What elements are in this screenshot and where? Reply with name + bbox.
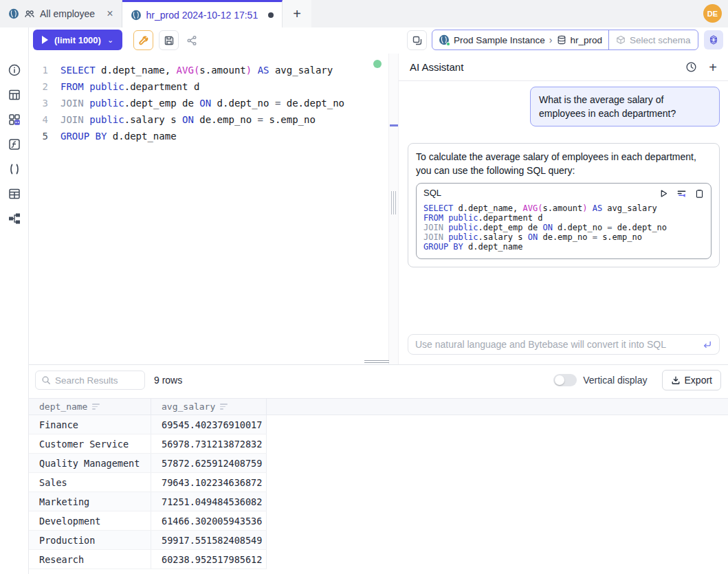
batch-query-icon [412,35,423,46]
panel-resizer-vertical[interactable] [388,54,399,364]
sql-line: 1SELECT d.dept_name, AVG(s.amount) AS av… [29,62,388,78]
table-cell: 60238.952517985612 [151,550,267,569]
tab-label: All employee [40,8,95,19]
table-row[interactable]: Finance69545.402376910017 [29,415,267,434]
sort-icon[interactable] [92,404,100,410]
sort-icon[interactable] [220,404,228,410]
column-header-avg_salary[interactable]: avg_salary [151,399,267,415]
batch-query-button[interactable] [407,30,427,50]
sheet-icon[interactable] [8,187,21,201]
table-cell: 69545.402376910017 [151,415,267,434]
vertical-display-toggle[interactable] [553,374,577,386]
table-cell: Research [29,550,151,569]
search-icon [41,375,51,385]
overview-ruler-mark [390,124,398,126]
search-results-input[interactable] [55,375,131,386]
history-clock-icon[interactable] [685,61,697,73]
insert-into-editor-icon[interactable] [676,188,687,199]
run-query-button[interactable]: (limit 1000) ⌄ [33,30,122,50]
instance-database-selector[interactable]: Prod Sample Instance › hr_prod [432,30,608,49]
table-cell: Customer Service [29,434,151,453]
ai-assistant-toggle-button[interactable] [704,30,723,49]
code-language-label: SQL [423,186,441,200]
save-sheet-button[interactable] [159,30,179,50]
schema-selector[interactable]: Select schema [608,30,698,49]
table-cell: 61466.302005943536 [151,511,267,530]
run-code-icon[interactable] [659,189,668,198]
table-cell: Development [29,511,151,530]
wrench-icon [138,35,149,46]
table-row[interactable]: Development61466.302005943536 [29,511,267,531]
group-icon [24,8,35,19]
er-diagram-icon[interactable] [8,212,21,225]
chevron-down-icon[interactable]: ⌄ [107,36,113,45]
ai-assistant-header: AI Assistant + [399,54,728,81]
sql-line: JOIN public.salary s ON de.emp_no = s.em… [423,232,704,242]
table-icon[interactable] [8,88,21,102]
parentheses-icon[interactable] [8,162,21,176]
sql-code: 1SELECT d.dept_name, AVG(s.amount) AS av… [29,62,388,144]
run-label: (limit 1000) [54,35,101,45]
save-icon [164,35,175,46]
line-number: 4 [29,111,60,128]
table-cell: Marketing [29,492,151,511]
share-button[interactable] [181,30,201,50]
table-row[interactable]: Production59917.551582408549 [29,531,267,550]
info-icon[interactable] [8,63,21,77]
schema-placeholder: Select schema [630,35,691,45]
column-header-dept_name[interactable]: dept_name [29,399,151,415]
table-row[interactable]: Research60238.952517985612 [29,550,267,569]
unsaved-dot [268,12,274,18]
results-panel: 9 rows Vertical display Export dept_name… [29,364,728,574]
sql-editor-app: All employee × hr_prod 2024-10-12 17:51 … [0,0,728,574]
table-cell: Sales [29,473,151,492]
schema-cube-icon [616,35,626,45]
sample-data-icon[interactable] [8,113,21,126]
resize-grip-icon[interactable] [391,191,396,214]
sql-line: JOIN public.dept_emp de ON d.dept_no = d… [423,223,704,232]
table-row[interactable]: Sales79643.102234636872 [29,473,267,492]
sql-line: 2FROM public.department d [29,78,388,95]
submit-return-icon[interactable] [702,340,712,350]
table-row[interactable]: Marketing71251.049484536082 [29,492,267,511]
search-results-box [35,371,145,390]
instance-name: Prod Sample Instance [454,35,545,45]
new-chat-plus-icon[interactable]: + [709,60,717,74]
table-row[interactable]: Customer Service56978.731213872832 [29,434,267,454]
postgres-icon [8,8,19,19]
table-cell: 71251.049484536082 [151,492,267,511]
sql-code-block: SQL SELECT d.dept_name, AVG(s.amount) AS… [416,183,712,259]
function-icon[interactable] [8,137,21,151]
new-tab-button[interactable]: + [283,0,311,27]
ai-sql-code: SELECT d.dept_name, AVG(s.amount) AS avg… [417,201,711,258]
results-table-body: Finance69545.402376910017Customer Servic… [29,415,728,569]
user-message-bubble: What is the average salary of employees … [530,87,720,126]
panel-resizer-horizontal[interactable] [364,360,389,364]
table-cell: Quality Management [29,454,151,472]
table-cell: Production [29,531,151,549]
sql-line: SELECT d.dept_name, AVG(s.amount) AS avg… [423,203,704,213]
left-sidebar [0,27,29,574]
openai-icon [708,34,719,45]
results-table-header: dept_nameavg_salary [29,398,728,415]
format-sql-button[interactable] [133,30,153,50]
close-icon[interactable]: × [107,8,113,20]
database-name: hr_prod [571,35,603,45]
tab-bar: All employee × hr_prod 2024-10-12 17:51 … [0,0,728,27]
line-number: 2 [29,78,60,95]
export-button[interactable]: Export [662,370,721,390]
line-number: 3 [29,95,60,111]
ai-prompt-input[interactable] [415,339,702,350]
table-cell: 79643.102234636872 [151,473,267,492]
ai-prompt-input-wrap [408,334,720,355]
copy-icon[interactable] [695,189,704,198]
status-green-dot [373,60,382,68]
results-header: 9 rows Vertical display Export [29,365,728,395]
line-number: 1 [29,62,60,78]
vertical-display-label: Vertical display [583,375,647,386]
tab-hr-prod[interactable]: hr_prod 2024-10-12 17:51 [122,0,283,27]
tab-all-employee[interactable]: All employee × [0,0,122,27]
avatar[interactable]: DE [703,4,722,23]
table-row[interactable]: Quality Management57872.625912408759 [29,454,267,473]
sql-editor[interactable]: 1SELECT d.dept_name, AVG(s.amount) AS av… [29,54,388,364]
